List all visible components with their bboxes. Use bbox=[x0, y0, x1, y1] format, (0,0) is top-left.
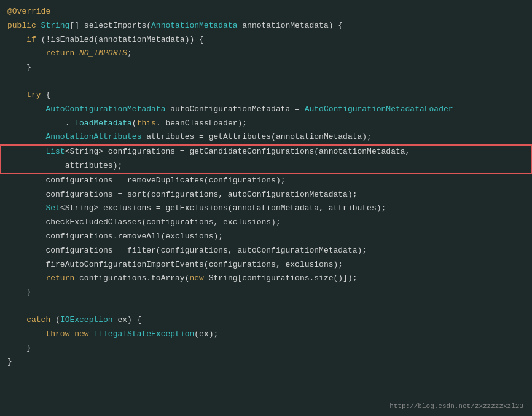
code-line: . loadMetadata(this. beanClassLoader); bbox=[0, 117, 532, 131]
code-line: attributes); bbox=[0, 159, 532, 174]
code-line: configurations = sort(configurations, au… bbox=[0, 188, 532, 202]
code-line: } bbox=[0, 61, 532, 75]
code-line: configurations = removeDuplicates(config… bbox=[0, 174, 532, 188]
code-line: List<String> configurations = getCandida… bbox=[0, 144, 532, 159]
code-line: @Override bbox=[0, 5, 532, 19]
code-line: catch (IOException ex) { bbox=[0, 313, 532, 328]
code-line: AnnotationAttributes attributes = getAtt… bbox=[0, 130, 532, 144]
code-line: return NO_IMPORTS; bbox=[0, 47, 532, 61]
code-line: return configurations.toArray(new String… bbox=[0, 272, 532, 286]
code-line: checkExcludedClasses(configurations, exc… bbox=[0, 216, 532, 230]
code-line: configurations.removeAll(exclusions); bbox=[0, 230, 532, 244]
code-line: configurations = filter(configurations, … bbox=[0, 244, 532, 258]
code-line: } bbox=[0, 286, 532, 300]
code-line: try { bbox=[0, 88, 532, 103]
code-line: Set<String> exclusions = getExclusions(a… bbox=[0, 202, 532, 216]
code-line bbox=[0, 300, 532, 313]
code-line: throw new IllegalStateException(ex); bbox=[0, 328, 532, 342]
code-line bbox=[0, 75, 532, 88]
code-container: @Overridepublic String[] selectImports(A… bbox=[0, 0, 532, 416]
code-line: AutoConfigurationMetadata autoConfigurat… bbox=[0, 103, 532, 117]
code-line: } bbox=[0, 355, 532, 369]
code-line: if (!isEnabled(annotationMetadata)) { bbox=[0, 33, 532, 47]
watermark-url: http://blog.csdn.net/zxzzzzzxzl23 bbox=[389, 402, 523, 410]
code-line: } bbox=[0, 342, 532, 356]
code-line: fireAutoConfigurationImportEvents(config… bbox=[0, 258, 532, 272]
code-line: public String[] selectImports(Annotation… bbox=[0, 19, 532, 33]
